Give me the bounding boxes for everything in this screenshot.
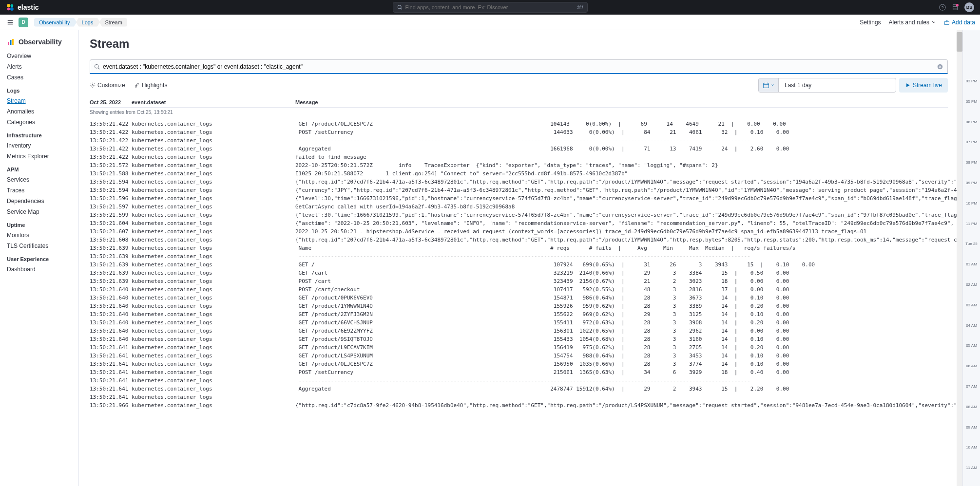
- sidebar-item-overview[interactable]: Overview: [0, 51, 78, 61]
- minimap-tick[interactable]: 09 AM: [963, 425, 980, 446]
- breadcrumb-logs[interactable]: Logs: [76, 18, 100, 27]
- log-row[interactable]: 13:50:21.594kubernetes.container_logs{"h…: [90, 178, 957, 186]
- log-row[interactable]: 13:50:21.640kubernetes.container_logs GE…: [90, 302, 957, 310]
- log-row[interactable]: 13:50:21.588kubernetes.container_logsI10…: [90, 169, 957, 178]
- minimap-tick[interactable]: 06 PM: [963, 120, 980, 140]
- minimap-tick[interactable]: 05 PM: [963, 99, 980, 120]
- log-row[interactable]: 13:50:21.639kubernetes.container_logs GE…: [90, 269, 957, 277]
- breadcrumb-observability[interactable]: Observability: [34, 18, 77, 27]
- sidebar-item-services[interactable]: Services: [0, 174, 78, 185]
- menu-toggle[interactable]: [5, 17, 16, 28]
- log-row[interactable]: 13:50:21.639kubernetes.container_logs Na…: [90, 244, 957, 252]
- minimap-tick[interactable]: 08 PM: [963, 160, 980, 181]
- customize-button[interactable]: Customize: [90, 82, 125, 89]
- brand-logo[interactable]: elastic: [6, 3, 39, 12]
- user-avatar[interactable]: BS: [964, 2, 974, 12]
- sidebar-item-alerts[interactable]: Alerts: [0, 61, 78, 72]
- minimap-tick[interactable]: 08 AM: [963, 405, 980, 425]
- date-picker[interactable]: Last 1 day: [758, 78, 896, 93]
- minimap-tick[interactable]: 07 PM: [963, 140, 980, 160]
- query-bar[interactable]: [90, 59, 948, 74]
- log-rows[interactable]: 13:50:21.422kubernetes.container_logs GE…: [90, 120, 957, 486]
- log-row[interactable]: 13:50:21.596kubernetes.container_logs{"l…: [90, 194, 957, 203]
- column-header-time[interactable]: Oct 25, 2022: [90, 99, 132, 105]
- sidebar-item-dashboard[interactable]: Dashboard: [0, 264, 78, 275]
- sidebar-item-inventory[interactable]: Inventory: [0, 140, 78, 151]
- minimap-tick[interactable]: 01 AM: [963, 262, 980, 282]
- sidebar-item-categories[interactable]: Categories: [0, 117, 78, 128]
- minimap-rail[interactable]: 03 PM05 PM06 PM07 PM08 PM09 PM10 PM11 PM…: [962, 30, 980, 486]
- column-header-dataset[interactable]: event.dataset: [132, 99, 295, 105]
- log-row[interactable]: 13:50:21.640kubernetes.container_logs PO…: [90, 285, 957, 294]
- log-row[interactable]: 13:50:21.640kubernetes.container_logs GE…: [90, 310, 957, 318]
- query-input[interactable]: [100, 63, 937, 70]
- log-row[interactable]: 13:50:21.640kubernetes.container_logs GE…: [90, 294, 957, 302]
- log-row[interactable]: 13:50:21.641kubernetes.container_logs Ag…: [90, 385, 957, 393]
- log-row[interactable]: 13:50:21.594kubernetes.container_logs{"c…: [90, 186, 957, 194]
- minimap-tick[interactable]: 02 AM: [963, 282, 980, 303]
- scrollbar-thumb[interactable]: [957, 32, 962, 52]
- sidebar-item-metrics-explorer[interactable]: Metrics Explorer: [0, 151, 78, 162]
- minimap-tick[interactable]: 10 PM: [963, 201, 980, 222]
- alerts-rules-link[interactable]: Alerts and rules: [889, 19, 936, 26]
- date-quick-select[interactable]: [759, 78, 779, 92]
- log-row[interactable]: 13:50:21.641kubernetes.container_logs GE…: [90, 343, 957, 352]
- space-selector[interactable]: D: [19, 18, 28, 27]
- clear-query[interactable]: [937, 63, 943, 70]
- add-data-link[interactable]: Add data: [944, 19, 975, 26]
- log-row[interactable]: 13:50:21.608kubernetes.container_logs{"h…: [90, 236, 957, 244]
- newsfeed-icon[interactable]: [952, 4, 959, 11]
- log-row[interactable]: 13:50:21.607kubernetes.container_logs202…: [90, 227, 957, 236]
- log-row[interactable]: 13:50:21.422kubernetes.container_logs --…: [90, 136, 957, 145]
- log-row[interactable]: 13:50:21.599kubernetes.container_logs{"l…: [90, 211, 957, 219]
- minimap-tick[interactable]: 03 AM: [963, 303, 980, 323]
- minimap-tick[interactable]: 11 PM: [963, 222, 980, 242]
- log-row[interactable]: 13:50:21.422kubernetes.container_logs GE…: [90, 120, 957, 128]
- log-row[interactable]: 13:50:21.422kubernetes.container_logsfai…: [90, 153, 957, 161]
- date-range-text[interactable]: Last 1 day: [779, 82, 896, 89]
- sidebar-item-traces[interactable]: Traces: [0, 185, 78, 196]
- log-row[interactable]: 13:50:21.422kubernetes.container_logs Ag…: [90, 145, 957, 153]
- sidebar-item-cases[interactable]: Cases: [0, 72, 78, 83]
- log-row[interactable]: 13:50:21.641kubernetes.container_logs --…: [90, 376, 957, 385]
- log-row[interactable]: 13:50:21.422kubernetes.container_logs PO…: [90, 128, 957, 136]
- minimap-tick[interactable]: Tue 25: [963, 242, 980, 262]
- sidebar-item-stream[interactable]: Stream: [0, 95, 78, 106]
- sidebar-item-dependencies[interactable]: Dependencies: [0, 196, 78, 206]
- sidebar-title[interactable]: Observability: [0, 36, 78, 51]
- settings-link[interactable]: Settings: [860, 19, 881, 26]
- log-row[interactable]: 13:50:21.641kubernetes.container_logs: [90, 393, 957, 401]
- minimap-tick[interactable]: 06 AM: [963, 364, 980, 384]
- log-row[interactable]: 13:50:21.641kubernetes.container_logs PO…: [90, 368, 957, 376]
- highlights-button[interactable]: Highlights: [134, 82, 168, 89]
- minimap-tick[interactable]: 09 PM: [963, 181, 980, 201]
- sidebar-item-monitors[interactable]: Monitors: [0, 230, 78, 241]
- sidebar-item-anomalies[interactable]: Anomalies: [0, 106, 78, 117]
- minimap-tick[interactable]: 05 AM: [963, 343, 980, 364]
- column-header-message[interactable]: Message: [295, 99, 948, 105]
- log-row[interactable]: 13:50:21.604kubernetes.container_logs{"a…: [90, 219, 957, 227]
- log-row[interactable]: 13:50:21.640kubernetes.container_logs GE…: [90, 318, 957, 327]
- minimap-tick[interactable]: 10 AM: [963, 445, 980, 466]
- minimap-tick[interactable]: 07 AM: [963, 384, 980, 405]
- stream-live-button[interactable]: Stream live: [899, 78, 948, 93]
- log-row[interactable]: 13:50:21.639kubernetes.container_logs PO…: [90, 277, 957, 285]
- minimap-tick[interactable]: 03 PM: [963, 79, 980, 99]
- log-row[interactable]: 13:50:21.641kubernetes.container_logs GE…: [90, 352, 957, 360]
- log-row[interactable]: 13:50:21.640kubernetes.container_logs GE…: [90, 327, 957, 335]
- log-row[interactable]: 13:50:21.639kubernetes.container_logs GE…: [90, 261, 957, 269]
- sidebar-item-service-map[interactable]: Service Map: [0, 206, 78, 217]
- log-row[interactable]: 13:50:21.641kubernetes.container_logs GE…: [90, 360, 957, 368]
- log-row[interactable]: 13:50:21.597kubernetes.container_logsGet…: [90, 203, 957, 211]
- log-row[interactable]: 13:50:21.639kubernetes.container_logs --…: [90, 252, 957, 261]
- minimap-tick[interactable]: 04 AM: [963, 323, 980, 344]
- vertical-scrollbar[interactable]: [957, 30, 962, 486]
- help-icon[interactable]: ?: [939, 4, 946, 11]
- log-row[interactable]: 13:50:21.572kubernetes.container_logs202…: [90, 161, 957, 169]
- log-row[interactable]: 13:50:21.966kubernetes.container_logs{"h…: [90, 401, 957, 410]
- log-row[interactable]: 13:50:21.640kubernetes.container_logs GE…: [90, 335, 957, 343]
- sidebar-item-tls-certificates[interactable]: TLS Certificates: [0, 241, 78, 251]
- global-search-input[interactable]: [405, 4, 574, 10]
- global-search[interactable]: ⌘/: [393, 2, 588, 13]
- minimap-tick[interactable]: 11 AM: [963, 466, 980, 486]
